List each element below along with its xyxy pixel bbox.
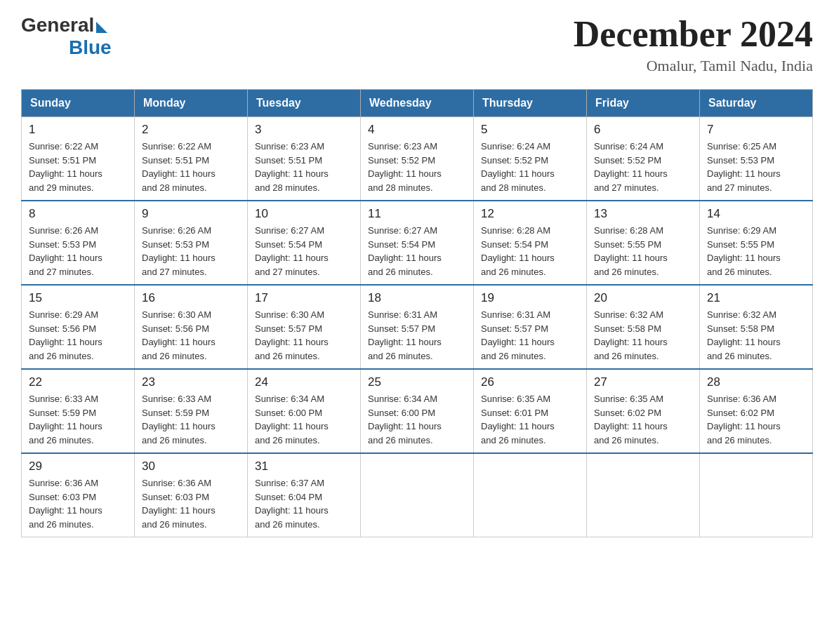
day-number: 9	[142, 207, 240, 221]
calendar-cell: 14 Sunrise: 6:29 AMSunset: 5:55 PMDaylig…	[700, 201, 813, 285]
day-number: 21	[707, 291, 805, 305]
day-number: 29	[29, 459, 127, 474]
calendar-cell: 30 Sunrise: 6:36 AMSunset: 6:03 PMDaylig…	[135, 453, 248, 537]
calendar-cell: 17 Sunrise: 6:30 AMSunset: 5:57 PMDaylig…	[248, 285, 361, 369]
main-title: December 2024	[574, 14, 813, 54]
day-number: 3	[255, 123, 353, 137]
header-saturday: Saturday	[700, 90, 813, 117]
calendar-cell	[474, 453, 587, 537]
calendar-table: SundayMondayTuesdayWednesdayThursdayFrid…	[21, 89, 813, 537]
calendar-cell: 7 Sunrise: 6:25 AMSunset: 5:53 PMDayligh…	[700, 117, 813, 201]
day-number: 1	[29, 123, 127, 137]
week-row-2: 8 Sunrise: 6:26 AMSunset: 5:53 PMDayligh…	[22, 201, 813, 285]
day-number: 24	[255, 375, 353, 389]
day-number: 7	[707, 123, 805, 137]
week-row-3: 15 Sunrise: 6:29 AMSunset: 5:56 PMDaylig…	[22, 285, 813, 369]
logo-arrow-icon	[96, 22, 107, 33]
day-number: 15	[29, 291, 127, 305]
day-info: Sunrise: 6:34 AMSunset: 6:00 PMDaylight:…	[255, 394, 329, 445]
day-info: Sunrise: 6:27 AMSunset: 5:54 PMDaylight:…	[368, 225, 442, 277]
calendar-cell: 10 Sunrise: 6:27 AMSunset: 5:54 PMDaylig…	[248, 201, 361, 285]
day-info: Sunrise: 6:29 AMSunset: 5:55 PMDaylight:…	[707, 225, 781, 277]
calendar-cell: 21 Sunrise: 6:32 AMSunset: 5:58 PMDaylig…	[700, 285, 813, 369]
day-number: 6	[594, 123, 692, 137]
day-number: 5	[481, 123, 579, 137]
calendar-cell: 25 Sunrise: 6:34 AMSunset: 6:00 PMDaylig…	[361, 369, 474, 453]
day-info: Sunrise: 6:23 AMSunset: 5:51 PMDaylight:…	[255, 141, 329, 193]
day-info: Sunrise: 6:32 AMSunset: 5:58 PMDaylight:…	[707, 309, 781, 361]
calendar-cell: 28 Sunrise: 6:36 AMSunset: 6:02 PMDaylig…	[700, 369, 813, 453]
day-info: Sunrise: 6:36 AMSunset: 6:03 PMDaylight:…	[142, 478, 216, 530]
day-info: Sunrise: 6:29 AMSunset: 5:56 PMDaylight:…	[29, 309, 102, 361]
day-info: Sunrise: 6:35 AMSunset: 6:01 PMDaylight:…	[481, 394, 555, 445]
day-number: 19	[481, 291, 579, 305]
calendar-cell: 29 Sunrise: 6:36 AMSunset: 6:03 PMDaylig…	[22, 453, 135, 537]
header-friday: Friday	[587, 90, 700, 117]
day-info: Sunrise: 6:23 AMSunset: 5:52 PMDaylight:…	[368, 141, 442, 193]
day-number: 18	[368, 291, 466, 305]
day-number: 13	[594, 207, 692, 221]
day-number: 11	[368, 207, 466, 221]
day-number: 16	[142, 291, 240, 305]
day-number: 27	[594, 375, 692, 389]
day-info: Sunrise: 6:35 AMSunset: 6:02 PMDaylight:…	[594, 394, 668, 445]
day-info: Sunrise: 6:27 AMSunset: 5:54 PMDaylight:…	[255, 225, 329, 277]
location-subtitle: Omalur, Tamil Nadu, India	[574, 57, 813, 75]
day-info: Sunrise: 6:28 AMSunset: 5:54 PMDaylight:…	[481, 225, 555, 277]
header-thursday: Thursday	[474, 90, 587, 117]
calendar-cell: 9 Sunrise: 6:26 AMSunset: 5:53 PMDayligh…	[135, 201, 248, 285]
day-number: 14	[707, 207, 805, 221]
calendar-cell: 1 Sunrise: 6:22 AMSunset: 5:51 PMDayligh…	[22, 117, 135, 201]
day-number: 25	[368, 375, 466, 389]
day-info: Sunrise: 6:37 AMSunset: 6:04 PMDaylight:…	[255, 478, 329, 530]
title-block: December 2024 Omalur, Tamil Nadu, India	[574, 14, 813, 75]
week-row-5: 29 Sunrise: 6:36 AMSunset: 6:03 PMDaylig…	[22, 453, 813, 537]
calendar-cell: 6 Sunrise: 6:24 AMSunset: 5:52 PMDayligh…	[587, 117, 700, 201]
calendar-cell	[700, 453, 813, 537]
day-number: 2	[142, 123, 240, 137]
day-info: Sunrise: 6:26 AMSunset: 5:53 PMDaylight:…	[29, 225, 102, 277]
calendar-cell: 8 Sunrise: 6:26 AMSunset: 5:53 PMDayligh…	[22, 201, 135, 285]
calendar-cell: 12 Sunrise: 6:28 AMSunset: 5:54 PMDaylig…	[474, 201, 587, 285]
week-row-4: 22 Sunrise: 6:33 AMSunset: 5:59 PMDaylig…	[22, 369, 813, 453]
logo: General Blue	[21, 14, 112, 59]
header-wednesday: Wednesday	[361, 90, 474, 117]
calendar-cell: 3 Sunrise: 6:23 AMSunset: 5:51 PMDayligh…	[248, 117, 361, 201]
calendar-cell: 16 Sunrise: 6:30 AMSunset: 5:56 PMDaylig…	[135, 285, 248, 369]
day-info: Sunrise: 6:24 AMSunset: 5:52 PMDaylight:…	[594, 141, 668, 193]
day-info: Sunrise: 6:32 AMSunset: 5:58 PMDaylight:…	[594, 309, 668, 361]
week-row-1: 1 Sunrise: 6:22 AMSunset: 5:51 PMDayligh…	[22, 117, 813, 201]
calendar-cell: 31 Sunrise: 6:37 AMSunset: 6:04 PMDaylig…	[248, 453, 361, 537]
day-info: Sunrise: 6:34 AMSunset: 6:00 PMDaylight:…	[368, 394, 442, 445]
calendar-cell: 2 Sunrise: 6:22 AMSunset: 5:51 PMDayligh…	[135, 117, 248, 201]
calendar-cell: 15 Sunrise: 6:29 AMSunset: 5:56 PMDaylig…	[22, 285, 135, 369]
day-info: Sunrise: 6:36 AMSunset: 6:03 PMDaylight:…	[29, 478, 102, 530]
day-info: Sunrise: 6:22 AMSunset: 5:51 PMDaylight:…	[142, 141, 216, 193]
day-info: Sunrise: 6:31 AMSunset: 5:57 PMDaylight:…	[368, 309, 442, 361]
day-number: 28	[707, 375, 805, 389]
day-info: Sunrise: 6:33 AMSunset: 5:59 PMDaylight:…	[29, 394, 102, 445]
calendar-cell: 22 Sunrise: 6:33 AMSunset: 5:59 PMDaylig…	[22, 369, 135, 453]
logo-blue-text: Blue	[69, 36, 112, 59]
day-number: 22	[29, 375, 127, 389]
calendar-cell: 11 Sunrise: 6:27 AMSunset: 5:54 PMDaylig…	[361, 201, 474, 285]
day-number: 8	[29, 207, 127, 221]
day-number: 26	[481, 375, 579, 389]
header-tuesday: Tuesday	[248, 90, 361, 117]
day-info: Sunrise: 6:31 AMSunset: 5:57 PMDaylight:…	[481, 309, 555, 361]
calendar-cell: 5 Sunrise: 6:24 AMSunset: 5:52 PMDayligh…	[474, 117, 587, 201]
day-number: 23	[142, 375, 240, 389]
day-info: Sunrise: 6:30 AMSunset: 5:56 PMDaylight:…	[142, 309, 216, 361]
day-number: 17	[255, 291, 353, 305]
page-header: General Blue December 2024 Omalur, Tamil…	[21, 14, 813, 75]
day-info: Sunrise: 6:24 AMSunset: 5:52 PMDaylight:…	[481, 141, 555, 193]
calendar-cell: 19 Sunrise: 6:31 AMSunset: 5:57 PMDaylig…	[474, 285, 587, 369]
day-info: Sunrise: 6:22 AMSunset: 5:51 PMDaylight:…	[29, 141, 102, 193]
day-info: Sunrise: 6:36 AMSunset: 6:02 PMDaylight:…	[707, 394, 781, 445]
day-info: Sunrise: 6:30 AMSunset: 5:57 PMDaylight:…	[255, 309, 329, 361]
day-info: Sunrise: 6:28 AMSunset: 5:55 PMDaylight:…	[594, 225, 668, 277]
calendar-cell	[587, 453, 700, 537]
calendar-cell: 24 Sunrise: 6:34 AMSunset: 6:00 PMDaylig…	[248, 369, 361, 453]
day-info: Sunrise: 6:33 AMSunset: 5:59 PMDaylight:…	[142, 394, 216, 445]
calendar-cell: 18 Sunrise: 6:31 AMSunset: 5:57 PMDaylig…	[361, 285, 474, 369]
